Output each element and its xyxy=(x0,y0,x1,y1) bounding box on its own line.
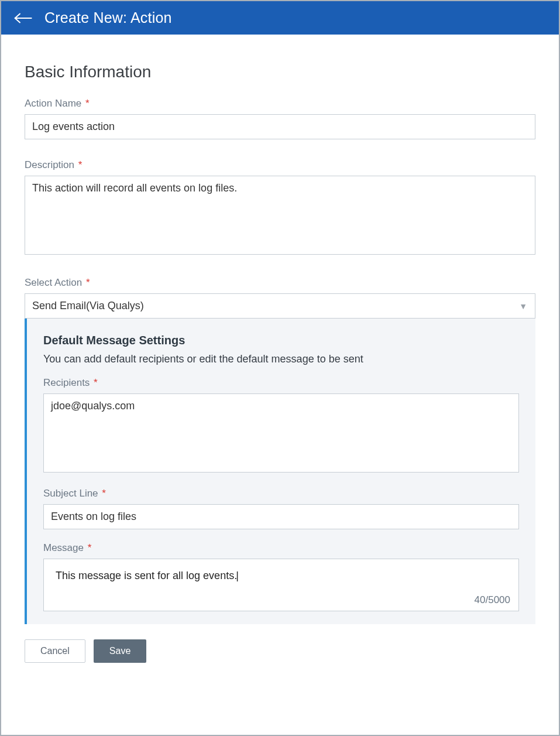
cancel-button[interactable]: Cancel xyxy=(25,639,85,663)
required-indicator: * xyxy=(102,488,106,499)
field-select-action: Select Action * Send Email(Via Qualys) ▼ xyxy=(25,277,535,319)
action-name-label: Action Name * xyxy=(25,98,535,109)
required-indicator: * xyxy=(78,159,83,170)
subject-input[interactable] xyxy=(43,504,519,529)
header-bar: Create New: Action xyxy=(1,1,559,35)
message-text[interactable]: This message is sent for all log events. xyxy=(56,570,239,581)
action-name-label-text: Action Name xyxy=(25,98,81,109)
select-action-dropdown[interactable]: Send Email(Via Qualys) xyxy=(25,293,535,319)
action-name-input[interactable] xyxy=(25,114,535,139)
content-area: Basic Information Action Name * Descript… xyxy=(1,35,559,735)
recipients-label-text: Recipients xyxy=(43,377,90,388)
select-action-wrapper[interactable]: Send Email(Via Qualys) ▼ xyxy=(25,293,535,319)
required-indicator: * xyxy=(85,98,90,109)
required-indicator: * xyxy=(94,377,98,388)
description-input[interactable] xyxy=(25,176,535,255)
select-action-label-text: Select Action xyxy=(25,277,82,288)
field-message: Message * This message is sent for all l… xyxy=(43,542,519,611)
recipients-input[interactable] xyxy=(43,393,519,473)
description-label: Description * xyxy=(25,159,535,171)
header-title: Create New: Action xyxy=(44,9,172,26)
default-message-settings-panel: Default Message Settings You can add def… xyxy=(25,319,535,624)
message-char-count: 40/5000 xyxy=(475,594,510,606)
field-description: Description * xyxy=(25,159,535,257)
required-indicator: * xyxy=(88,542,92,553)
description-label-text: Description xyxy=(25,159,74,170)
field-subject: Subject Line * xyxy=(43,488,519,529)
panel-subtitle: You can add default recipients or edit t… xyxy=(43,353,519,365)
message-label-text: Message xyxy=(43,542,84,553)
subject-label-text: Subject Line xyxy=(43,488,98,499)
message-label: Message * xyxy=(43,542,519,554)
section-title: Basic Information xyxy=(25,63,535,81)
recipients-label: Recipients * xyxy=(43,377,519,389)
field-recipients: Recipients * xyxy=(43,377,519,475)
select-action-label: Select Action * xyxy=(25,277,535,289)
field-action-name: Action Name * xyxy=(25,98,535,139)
save-button[interactable]: Save xyxy=(94,639,146,663)
required-indicator: * xyxy=(86,277,90,288)
subject-label: Subject Line * xyxy=(43,488,519,499)
back-arrow-icon[interactable] xyxy=(13,10,34,26)
message-input-wrapper[interactable]: This message is sent for all log events.… xyxy=(43,559,519,611)
panel-title: Default Message Settings xyxy=(43,334,519,347)
footer-buttons: Cancel Save xyxy=(25,628,535,663)
